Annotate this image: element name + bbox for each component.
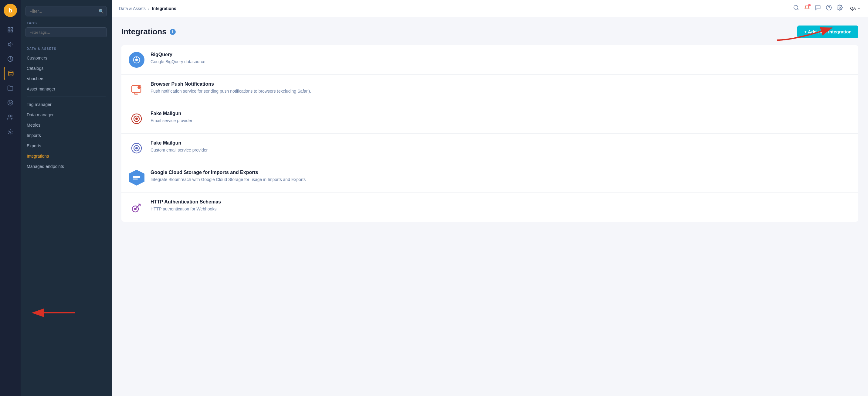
nav-database-icon[interactable] (4, 67, 17, 80)
notification-dot (808, 4, 811, 6)
catalogs-label: Catalogs (27, 66, 43, 71)
left-navbar: b (0, 0, 21, 396)
svg-rect-1 (11, 28, 13, 29)
main-area: Data & Assets › Integrations QA (112, 0, 868, 396)
mailgun1-info: Fake Mailgun Email service provider (151, 111, 851, 124)
svg-point-20 (139, 88, 139, 89)
chat-icon[interactable] (815, 5, 821, 12)
mailgun2-desc: Custom email service provider (151, 147, 851, 153)
user-menu[interactable]: QA (850, 6, 861, 11)
gcs-name: Google Cloud Storage for Imports and Exp… (151, 170, 851, 175)
sidebar-item-imports[interactable]: Imports (21, 130, 112, 141)
search-icon[interactable] (793, 5, 799, 12)
svg-rect-28 (133, 177, 140, 178)
svg-point-9 (10, 131, 11, 133)
svg-point-16 (135, 59, 138, 61)
nav-users-icon[interactable] (4, 111, 17, 124)
svg-point-23 (135, 118, 138, 120)
tag-manager-label: Tag manager (27, 102, 52, 107)
mailgun1-name: Fake Mailgun (151, 111, 851, 116)
svg-point-31 (134, 208, 136, 210)
data-manager-label: Data manager (27, 112, 54, 117)
mailgun1-desc: Email service provider (151, 118, 851, 124)
breadcrumb-current: Integrations (152, 6, 176, 11)
mailgun1-icon (129, 111, 145, 127)
integration-item-http[interactable]: HTTP Authentication Schemas HTTP authent… (121, 192, 858, 222)
data-assets-label: DATA & ASSETS (21, 43, 112, 53)
mailgun2-icon (129, 140, 145, 156)
integration-list: BigQuery Google BigQuery datasource (121, 45, 858, 222)
bigquery-icon (129, 52, 145, 68)
exports-label: Exports (27, 143, 41, 148)
integration-item-bigquery[interactable]: BigQuery Google BigQuery datasource (121, 45, 858, 75)
page-content: Integrations i + Add new integration Big… (112, 17, 868, 396)
nav-folder-icon[interactable] (4, 81, 17, 95)
add-new-integration-button[interactable]: + Add new integration (797, 26, 858, 38)
page-header: Integrations i + Add new integration (121, 26, 858, 38)
svg-point-5 (8, 71, 13, 72)
nav-dashboard-icon[interactable] (4, 23, 17, 36)
sidebar-filter-wrap: 🔍 (26, 6, 107, 17)
sidebar-item-vouchers[interactable]: Vouchers (21, 73, 112, 84)
svg-rect-2 (8, 30, 10, 32)
topbar-icons: QA (793, 5, 861, 12)
metrics-label: Metrics (27, 123, 40, 127)
mailgun2-name: Fake Mailgun (151, 140, 851, 146)
gcs-icon (129, 170, 145, 186)
integration-item-gcs[interactable]: Google Cloud Storage for Imports and Exp… (121, 163, 858, 192)
imports-label: Imports (27, 133, 41, 138)
sidebar-item-customers[interactable]: Customers (21, 53, 112, 63)
help-icon[interactable] (826, 5, 832, 12)
sidebar-item-asset-manager[interactable]: Asset manager (21, 84, 112, 94)
filter-search-icon: 🔍 (99, 9, 104, 14)
svg-marker-7 (10, 102, 11, 104)
managed-endpoints-label: Managed endpoints (27, 164, 64, 169)
nav-settings-icon[interactable] (4, 125, 17, 139)
sidebar: 🔍 TAGS DATA & ASSETS Customers Catalogs … (21, 0, 112, 396)
integration-item-browser-push[interactable]: Browser Push Notifications Push notifica… (121, 75, 858, 104)
notification-icon[interactable] (804, 5, 810, 12)
svg-rect-0 (8, 28, 10, 29)
asset-manager-label: Asset manager (27, 87, 55, 91)
browser-push-desc: Push notification service for sending pu… (151, 88, 851, 94)
svg-point-8 (8, 115, 11, 117)
svg-point-14 (839, 7, 841, 8)
svg-point-10 (794, 5, 798, 9)
svg-point-26 (135, 147, 138, 149)
sidebar-item-managed-endpoints[interactable]: Managed endpoints (21, 161, 112, 172)
integrations-label: Integrations (27, 154, 49, 158)
breadcrumb-parent: Data & Assets (119, 6, 146, 11)
browser-push-icon (129, 81, 145, 97)
gcs-desc: Integrate Bloomreach with Google Cloud S… (151, 177, 851, 183)
http-info: HTTP Authentication Schemas HTTP authent… (151, 199, 851, 212)
sidebar-item-metrics[interactable]: Metrics (21, 120, 112, 130)
nav-chart-icon[interactable] (4, 52, 17, 66)
tags-section-label: TAGS (21, 21, 112, 27)
user-label: QA (850, 6, 856, 11)
svg-point-6 (8, 100, 13, 105)
bigquery-info: BigQuery Google BigQuery datasource (151, 52, 851, 65)
sidebar-filter-input[interactable] (26, 6, 107, 17)
nav-play-icon[interactable] (4, 96, 17, 109)
breadcrumb-separator: › (148, 6, 150, 11)
http-desc: HTTP authentication for Webhooks (151, 206, 851, 212)
bigquery-desc: Google BigQuery datasource (151, 59, 851, 65)
svg-rect-27 (133, 176, 140, 177)
svg-line-11 (797, 9, 799, 10)
info-icon[interactable]: i (169, 29, 176, 35)
sidebar-item-data-manager[interactable]: Data manager (21, 110, 112, 120)
sidebar-item-integrations[interactable]: Integrations (21, 151, 112, 161)
integration-item-mailgun1[interactable]: Fake Mailgun Email service provider (121, 104, 858, 133)
integration-item-mailgun2[interactable]: Fake Mailgun Custom email service provid… (121, 133, 858, 163)
gear-icon[interactable] (837, 5, 843, 12)
http-icon (129, 199, 145, 215)
app-logo[interactable]: b (4, 4, 17, 17)
tags-filter-wrap (26, 27, 107, 37)
sidebar-item-catalogs[interactable]: Catalogs (21, 63, 112, 73)
tags-filter-input[interactable] (26, 27, 107, 37)
svg-rect-29 (133, 179, 138, 180)
sidebar-item-exports[interactable]: Exports (21, 141, 112, 151)
gcs-info: Google Cloud Storage for Imports and Exp… (151, 170, 851, 183)
nav-megaphone-icon[interactable] (4, 38, 17, 51)
sidebar-item-tag-manager[interactable]: Tag manager (21, 99, 112, 110)
